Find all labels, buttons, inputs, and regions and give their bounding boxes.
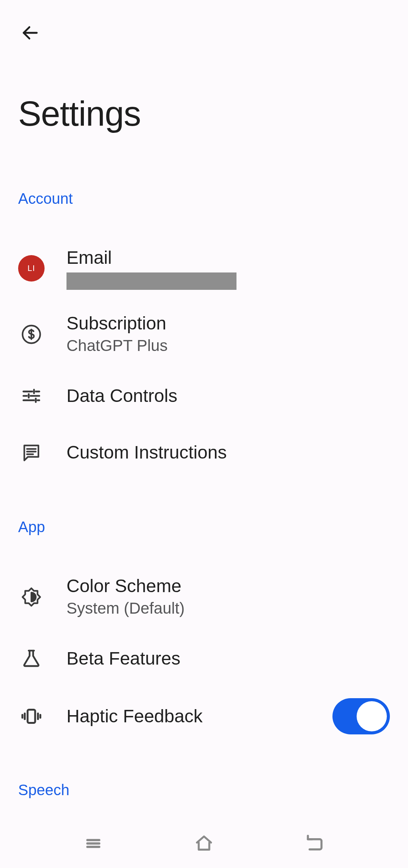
row-beta-features-title: Beta Features bbox=[66, 648, 390, 669]
back-icon bbox=[304, 833, 325, 854]
system-navbar bbox=[0, 819, 408, 868]
row-subscription-value: ChatGPT Plus bbox=[66, 336, 390, 356]
nav-back-button[interactable] bbox=[300, 828, 330, 859]
nav-recents-button[interactable] bbox=[78, 828, 108, 859]
section-header-speech: Speech bbox=[0, 782, 408, 799]
brightness-icon bbox=[21, 586, 42, 608]
row-email[interactable]: LI Email bbox=[0, 235, 408, 301]
home-icon bbox=[193, 833, 215, 854]
haptic-feedback-toggle[interactable] bbox=[332, 698, 390, 734]
row-custom-instructions-title: Custom Instructions bbox=[66, 442, 390, 463]
row-subscription[interactable]: Subscription ChatGPT Plus bbox=[0, 301, 408, 368]
svg-rect-14 bbox=[28, 709, 35, 723]
dollar-circle-icon bbox=[21, 324, 42, 345]
nav-home-button[interactable] bbox=[189, 828, 219, 859]
row-haptic-feedback-title: Haptic Feedback bbox=[66, 705, 311, 727]
row-color-scheme[interactable]: Color Scheme System (Default) bbox=[0, 564, 408, 630]
row-haptic-feedback: Haptic Feedback bbox=[0, 687, 408, 746]
message-icon bbox=[21, 442, 42, 463]
row-data-controls-title: Data Controls bbox=[66, 385, 390, 407]
row-subscription-title: Subscription bbox=[66, 312, 390, 334]
row-beta-features[interactable]: Beta Features bbox=[0, 630, 408, 687]
page-title: Settings bbox=[0, 45, 408, 134]
section-header-account: Account bbox=[0, 190, 408, 207]
row-data-controls[interactable]: Data Controls bbox=[0, 368, 408, 424]
section-header-app: App bbox=[0, 519, 408, 536]
flask-icon bbox=[21, 648, 42, 669]
row-email-title: Email bbox=[66, 247, 390, 269]
vibration-icon bbox=[20, 705, 43, 728]
row-custom-instructions[interactable]: Custom Instructions bbox=[0, 424, 408, 481]
toggle-knob bbox=[357, 701, 387, 731]
sliders-icon bbox=[21, 385, 42, 406]
row-color-scheme-title: Color Scheme bbox=[66, 575, 390, 597]
back-button[interactable] bbox=[18, 21, 42, 45]
avatar: LI bbox=[18, 255, 45, 282]
row-color-scheme-value: System (Default) bbox=[66, 598, 390, 619]
menu-icon bbox=[83, 833, 104, 854]
row-email-value-redacted bbox=[66, 272, 236, 290]
arrow-left-icon bbox=[20, 23, 40, 43]
